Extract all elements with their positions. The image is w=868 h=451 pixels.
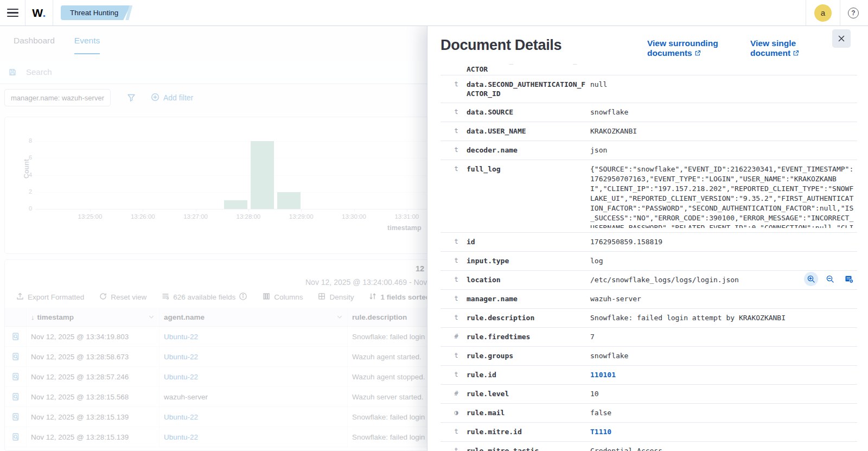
field-name: rule.mail xyxy=(467,408,586,417)
field-value: Snowflake: failed login attempt by KRAKO… xyxy=(590,313,857,323)
field-name: rule.description xyxy=(467,313,586,322)
field-name: data.USER_NAME xyxy=(467,126,586,136)
field-value: 10 xyxy=(590,389,857,399)
field-name: rule.groups xyxy=(467,351,586,360)
field-name: id xyxy=(467,237,586,246)
field-value: {"SOURCE":"snowflake","EVENT_ID":2162230… xyxy=(590,164,857,228)
field-row-input-type: tinput.typelog xyxy=(441,252,857,271)
text-field-icon: t xyxy=(452,294,460,303)
field-value: snowflake xyxy=(590,351,857,361)
divider xyxy=(840,0,840,26)
text-field-icon: t xyxy=(452,237,460,246)
toggle-column-icon[interactable] xyxy=(842,272,856,286)
field-name: rule.mitre.tactic xyxy=(467,446,586,451)
text-field-icon: t xyxy=(452,351,460,360)
field-name: input.type xyxy=(467,256,586,265)
text-field-icon: t xyxy=(452,370,460,379)
field-value[interactable]: 110101 xyxy=(590,370,857,380)
external-link-icon xyxy=(694,49,701,59)
filter-for-value-icon[interactable] xyxy=(804,272,818,286)
breadcrumb-threat-hunting[interactable]: Threat Hunting xyxy=(61,5,130,20)
field-row-rule-mitre-id: trule.mitre.idT1110 xyxy=(441,423,857,442)
field-row-data-SOURCE: tdata.SOURCEsnowflake xyxy=(441,103,857,122)
text-field-icon: t xyxy=(452,64,460,65)
field-row-rule-mail: ◑rule.mailfalse xyxy=(441,404,857,423)
field-value: false xyxy=(590,408,857,418)
filter-out-value-icon[interactable] xyxy=(823,272,837,286)
document-fields-table: tdata.FIRST_AUTHENTICATION_F ACTORtdata.… xyxy=(441,64,857,451)
field-name: rule.mitre.id xyxy=(467,427,586,436)
field-actions xyxy=(804,272,856,286)
boolean-field-icon: ◑ xyxy=(452,408,460,417)
external-link-icon xyxy=(793,49,799,59)
text-field-icon: t xyxy=(452,164,460,174)
field-value: null xyxy=(590,80,857,90)
wazuh-logo[interactable]: W. xyxy=(25,7,53,20)
field-row-rule-description: trule.descriptionSnowflake: failed login… xyxy=(441,309,857,328)
text-field-icon: t xyxy=(452,313,460,322)
app-window: W. Threat Hunting a ? Dashboard Events S… xyxy=(0,0,868,451)
field-value: wazuh-server xyxy=(590,294,857,304)
field-row-rule-firedtimes: #rule.firedtimes7 xyxy=(441,328,857,347)
close-icon[interactable] xyxy=(832,29,851,48)
field-value[interactable]: T1110 xyxy=(590,427,857,437)
text-field-icon: t xyxy=(452,256,460,265)
field-value: Credential Access xyxy=(590,446,857,451)
text-field-icon: t xyxy=(452,446,460,451)
field-name: data.SOURCE xyxy=(467,107,586,117)
help-icon[interactable]: ? xyxy=(848,8,859,18)
field-row-location: tlocation/etc/snowflake_logs/logs/login.… xyxy=(441,271,857,290)
field-value: 7 xyxy=(590,332,857,342)
view-single-document-link[interactable]: View single document xyxy=(750,39,815,59)
text-field-icon: t xyxy=(452,107,460,117)
field-name: rule.id xyxy=(467,370,586,379)
text-field-icon: t xyxy=(452,145,460,155)
field-row-rule-id: trule.id110101 xyxy=(441,366,857,385)
field-value: json xyxy=(590,145,857,155)
document-details-flyout: Document Details View surrounding docume… xyxy=(427,26,868,451)
field-name: location xyxy=(467,275,586,284)
breadcrumb: Threat Hunting xyxy=(61,5,132,20)
flyout-title: Document Details xyxy=(441,37,561,54)
field-row-data-SECOND_AUTHENTICATION_FACTOR_ID: tdata.SECOND_AUTHENTICATION_F ACTOR_IDnu… xyxy=(441,75,857,103)
field-name: decoder.name xyxy=(467,145,586,155)
field-row-data-USER_NAME: tdata.USER_NAMEKRAKOZKANBI xyxy=(441,122,857,141)
field-row-decoder-name: tdecoder.namejson xyxy=(441,141,857,160)
divider xyxy=(806,0,806,26)
text-field-icon: t xyxy=(452,126,460,136)
field-row-data-FIRST_AUTHENTICATION_FACTOR: tdata.FIRST_AUTHENTICATION_F ACTOR xyxy=(441,64,857,75)
field-name: full_log xyxy=(467,164,586,174)
field-name: rule.level xyxy=(467,389,586,398)
field-name: data.SECOND_AUTHENTICATION_F ACTOR_ID xyxy=(467,80,586,98)
field-row-id: tid1762950859.158819 xyxy=(441,233,857,252)
field-value: 1762950859.158819 xyxy=(590,237,857,247)
field-value: log xyxy=(590,256,857,266)
field-row-full_log: tfull_log{"SOURCE":"snowflake","EVENT_ID… xyxy=(441,160,857,233)
avatar[interactable]: a xyxy=(814,4,832,22)
field-row-rule-groups: trule.groupssnowflake xyxy=(441,347,857,366)
menu-icon[interactable] xyxy=(0,0,25,26)
field-name: data.FIRST_AUTHENTICATION_F ACTOR xyxy=(467,64,586,74)
text-field-icon: t xyxy=(452,275,460,284)
field-row-rule-level: #rule.level10 xyxy=(441,385,857,404)
field-name: rule.firedtimes xyxy=(467,332,586,341)
number-field-icon: # xyxy=(452,332,460,341)
number-field-icon: # xyxy=(452,389,460,398)
view-surrounding-documents-link[interactable]: View surrounding documents xyxy=(647,39,734,59)
top-bar: W. Threat Hunting a ? xyxy=(0,0,868,26)
field-value: KRAKOZKANBI xyxy=(590,126,857,136)
field-value: snowflake xyxy=(590,107,857,117)
field-row-manager-name: tmanager.namewazuh-server xyxy=(441,290,857,309)
field-row-rule-mitre-tactic: trule.mitre.tacticCredential Access xyxy=(441,442,857,451)
divider xyxy=(53,0,53,26)
text-field-icon: t xyxy=(452,80,460,89)
field-name: manager.name xyxy=(467,294,586,303)
text-field-icon: t xyxy=(452,427,460,436)
